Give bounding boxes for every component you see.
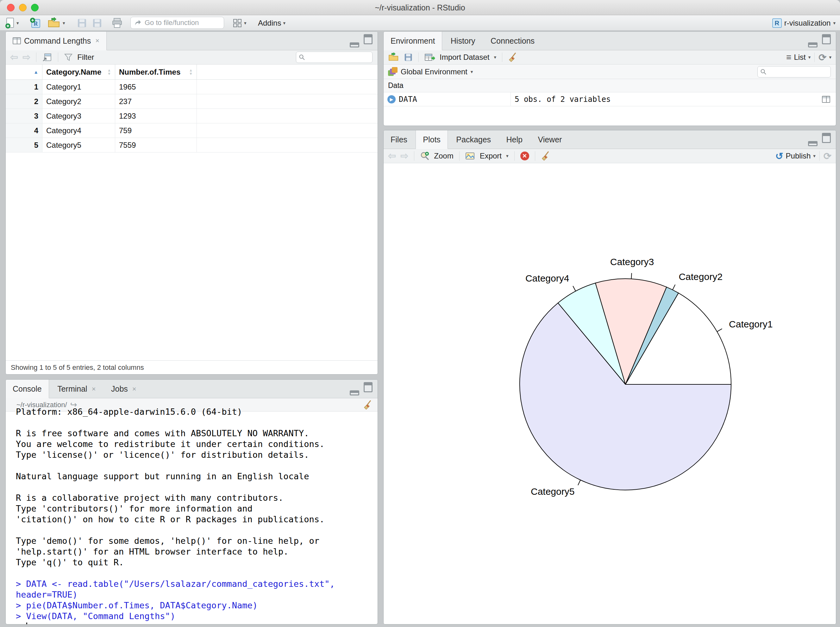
tab-console[interactable]: Console bbox=[6, 380, 49, 398]
save-icon bbox=[77, 18, 87, 28]
row-number-header[interactable]: ▲ bbox=[6, 65, 43, 79]
console-input-line: > pie(DATA$Number.of.Times, DATA$Categor… bbox=[16, 600, 377, 611]
table-row[interactable]: 3Category31293 bbox=[6, 109, 377, 123]
load-workspace-folder-icon[interactable] bbox=[388, 52, 399, 62]
next-plot-icon[interactable]: ⇨ bbox=[400, 151, 408, 161]
goto-file-input[interactable] bbox=[144, 18, 217, 27]
sort-arrows-icon: ▲▼ bbox=[189, 69, 193, 76]
previous-plot-icon[interactable]: ⇦ bbox=[388, 151, 396, 161]
close-icon[interactable]: × bbox=[95, 37, 99, 45]
table-row[interactable]: 2Category2237 bbox=[6, 94, 377, 109]
global-environment-selector[interactable]: Global Environment bbox=[401, 68, 467, 76]
new-file-button[interactable]: ▾ bbox=[5, 15, 19, 31]
chevron-down-icon: ▾ bbox=[244, 20, 246, 26]
filter-button[interactable]: Filter bbox=[77, 53, 94, 62]
save-all-button[interactable] bbox=[92, 15, 102, 31]
pie-label-tick bbox=[673, 285, 675, 290]
remove-plot-icon[interactable]: ✕ bbox=[520, 151, 529, 161]
tab-viewer[interactable]: Viewer bbox=[531, 130, 569, 149]
column-header-number-of-times[interactable]: Number.of.Times ▲▼ bbox=[115, 65, 197, 79]
pie-label: Category2 bbox=[679, 271, 722, 282]
table-status-bar: Showing 1 to 5 of 5 entries, 2 total col… bbox=[6, 360, 377, 374]
table-row[interactable]: 1Category11965 bbox=[6, 80, 377, 94]
console-output-line: You are welcome to redistribute it under… bbox=[16, 439, 377, 449]
clear-environment-broom-icon[interactable] bbox=[508, 52, 518, 62]
chevron-down-icon: ▾ bbox=[494, 54, 496, 60]
save-all-icon bbox=[92, 18, 102, 28]
goto-arrow-icon bbox=[134, 19, 142, 27]
data-frame-icon bbox=[13, 37, 21, 44]
tab-terminal[interactable]: Terminal× bbox=[51, 380, 103, 398]
tab-packages[interactable]: Packages bbox=[449, 130, 498, 149]
refresh-plot-icon[interactable]: ⟳ bbox=[824, 151, 831, 162]
export-plot-icon bbox=[465, 151, 475, 161]
tab-files[interactable]: Files bbox=[384, 130, 414, 149]
view-data-frame-icon[interactable] bbox=[822, 96, 830, 103]
list-view-button[interactable]: List bbox=[794, 53, 805, 62]
import-dataset-button[interactable]: Import Dataset bbox=[440, 53, 489, 62]
forward-icon[interactable]: ⇨ bbox=[22, 52, 30, 62]
minimize-pane-icon[interactable] bbox=[808, 141, 818, 146]
console-output-line: Type 'q()' to quit R. bbox=[16, 557, 377, 568]
zoom-plot-button[interactable]: Zoom bbox=[434, 151, 453, 161]
save-workspace-icon[interactable] bbox=[404, 53, 413, 62]
environment-object-row[interactable]: ▶ DATA 5 obs. of 2 variables bbox=[384, 92, 836, 106]
maximize-pane-icon[interactable] bbox=[822, 133, 831, 143]
close-icon[interactable]: × bbox=[132, 385, 136, 393]
minimize-pane-icon[interactable] bbox=[808, 43, 818, 47]
publish-button[interactable]: Publish bbox=[786, 151, 811, 161]
tab-environment[interactable]: Environment bbox=[384, 32, 442, 50]
open-file-button[interactable]: ▾ bbox=[47, 15, 65, 31]
pie-chart: Category1Category2Category3Category4Cate… bbox=[384, 163, 836, 624]
plots-pane: Files Plots Packages Help Viewer ⇦ ⇨ Zoo… bbox=[383, 130, 836, 624]
maximize-pane-icon[interactable] bbox=[364, 382, 373, 392]
r-project-icon: R bbox=[772, 18, 782, 28]
popout-window-icon[interactable] bbox=[42, 52, 52, 62]
console-output-line: R is free software and comes with ABSOLU… bbox=[16, 428, 377, 439]
table-search-input[interactable] bbox=[307, 54, 361, 61]
tab-history[interactable]: History bbox=[444, 32, 482, 50]
chevron-down-icon: ▾ bbox=[16, 20, 19, 26]
console-output[interactable]: Platform: x86_64-apple-darwin15.6.0 (64-… bbox=[6, 406, 377, 624]
table-cell: 1965 bbox=[115, 80, 197, 94]
export-plot-button[interactable]: Export bbox=[480, 151, 502, 161]
column-header-category-name[interactable]: Category.Name ▲▼ bbox=[43, 65, 115, 79]
tab-plots[interactable]: Plots bbox=[415, 130, 448, 149]
close-icon[interactable]: × bbox=[92, 385, 96, 393]
titlebar: ~/r-visualization - RStudio bbox=[0, 0, 840, 15]
environment-search-input[interactable] bbox=[769, 68, 822, 76]
minimize-pane-icon[interactable] bbox=[350, 43, 359, 47]
tab-command-lengths[interactable]: Command Lengths × bbox=[6, 32, 107, 50]
table-cell: Category4 bbox=[43, 123, 115, 138]
tab-label: Command Lengths bbox=[24, 36, 91, 46]
table-cell: Category1 bbox=[43, 80, 115, 94]
refresh-icon[interactable]: ⟳ bbox=[818, 52, 826, 63]
minimize-pane-icon[interactable] bbox=[350, 391, 359, 395]
addins-menu[interactable]: Addins ▾ bbox=[258, 15, 286, 31]
expand-object-icon[interactable]: ▶ bbox=[387, 95, 396, 104]
table-cell: 2 bbox=[6, 94, 43, 109]
tab-jobs[interactable]: Jobs× bbox=[104, 380, 144, 398]
table-row[interactable]: 5Category57559 bbox=[6, 138, 377, 153]
project-menu[interactable]: R r-visualization ▾ bbox=[772, 15, 835, 31]
clear-plots-broom-icon[interactable] bbox=[541, 151, 550, 161]
maximize-pane-icon[interactable] bbox=[364, 34, 373, 44]
table-cell: 759 bbox=[115, 123, 197, 138]
new-project-button[interactable]: R bbox=[29, 15, 42, 31]
pie-label: Category1 bbox=[729, 319, 772, 329]
tab-connections[interactable]: Connections bbox=[484, 32, 542, 50]
maximize-pane-icon[interactable] bbox=[822, 34, 831, 44]
new-project-icon: R bbox=[29, 17, 42, 30]
back-icon[interactable]: ⇦ bbox=[10, 52, 18, 62]
tab-help[interactable]: Help bbox=[499, 130, 529, 149]
table-row[interactable]: 4Category4759 bbox=[6, 123, 377, 138]
plots-tabbar: Files Plots Packages Help Viewer bbox=[384, 130, 836, 149]
table-cell: Category3 bbox=[43, 109, 115, 123]
print-button[interactable] bbox=[111, 15, 123, 31]
console-output-line: Natural language support but running in … bbox=[16, 471, 377, 482]
save-button[interactable] bbox=[77, 15, 87, 31]
panes-layout-button[interactable]: ▾ bbox=[233, 15, 246, 31]
chevron-down-icon: ▾ bbox=[833, 20, 835, 26]
clear-console-broom-icon[interactable] bbox=[363, 400, 373, 410]
environment-search-box bbox=[757, 66, 831, 77]
